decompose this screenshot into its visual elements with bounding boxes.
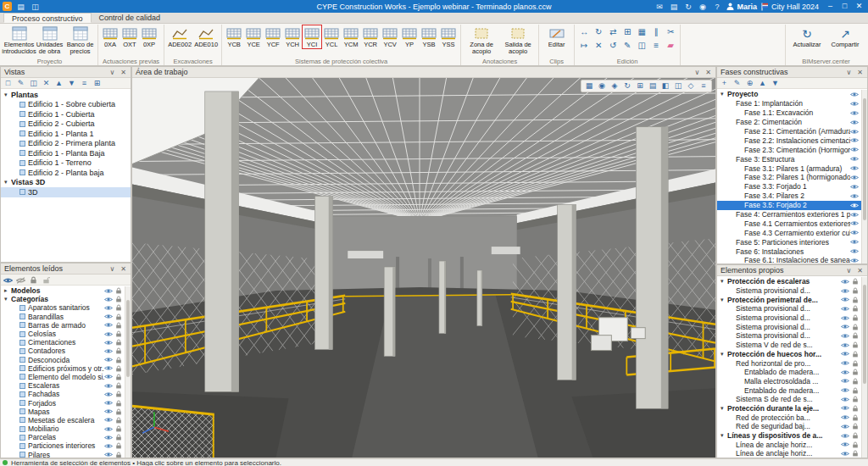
- tree-item[interactable]: Plantas: [1, 90, 131, 100]
- visibility-icon[interactable]: [841, 451, 849, 457]
- ribbon-button[interactable]: YCI: [303, 25, 321, 48]
- tree-item[interactable]: Mobiliario: [1, 424, 131, 433]
- list-icon[interactable]: ≡: [79, 78, 90, 88]
- tree-item[interactable]: Fase 1.1: Excavación: [717, 108, 867, 118]
- tree-item[interactable]: Edificio 1 - Planta Baja: [1, 148, 131, 158]
- tree-item[interactable]: Sistema V de red de s...: [717, 341, 867, 350]
- lock-icon[interactable]: [115, 287, 122, 294]
- ribbon-button[interactable]: YSS: [439, 25, 458, 48]
- lock-icon[interactable]: [852, 378, 859, 385]
- lock-icon[interactable]: [115, 434, 122, 441]
- tree-item[interactable]: Malla electrosoldada ...: [717, 377, 867, 386]
- visibility-icon[interactable]: [104, 288, 113, 294]
- tree-item[interactable]: Fase 4: Cerramientos exteriores 1 planta: [717, 210, 867, 219]
- lock-icon[interactable]: [115, 452, 122, 458]
- tree-item[interactable]: Modelos: [1, 286, 131, 295]
- visibility-icon[interactable]: [104, 313, 113, 319]
- visibility-icon[interactable]: [850, 212, 859, 218]
- visibility-icon[interactable]: [841, 351, 849, 357]
- tree-item[interactable]: Contadores: [1, 347, 131, 355]
- ribbon-button[interactable]: YSB: [420, 25, 438, 48]
- lock-icon[interactable]: [852, 450, 859, 457]
- lock-icon[interactable]: [115, 400, 122, 407]
- tree-item[interactable]: Fase 6: Instalaciones: [717, 247, 867, 256]
- lock-icon[interactable]: [115, 313, 122, 320]
- ribbon-button[interactable]: YCR: [361, 25, 380, 48]
- visibility-icon[interactable]: [850, 137, 859, 143]
- visibility-icon[interactable]: [104, 305, 113, 311]
- visibility-icon[interactable]: [850, 156, 859, 162]
- lock-icon[interactable]: [852, 332, 859, 339]
- visibility-icon[interactable]: [850, 220, 859, 226]
- lock-icon[interactable]: [115, 296, 122, 302]
- visibility-icon[interactable]: [850, 165, 859, 171]
- visibility-icon[interactable]: [104, 374, 113, 380]
- ribbon-button[interactable]: Editar: [542, 25, 571, 48]
- measure-icon[interactable]: ≡: [649, 39, 663, 52]
- show-all-icon[interactable]: [3, 275, 14, 285]
- close-icon[interactable]: ✕: [856, 69, 864, 76]
- rotate-icon[interactable]: ↻: [592, 25, 605, 38]
- tree-item[interactable]: Particiones interiores: [1, 441, 131, 450]
- visibility-icon[interactable]: [841, 288, 849, 294]
- offset-icon[interactable]: ∥: [649, 25, 663, 38]
- lock-icon[interactable]: [852, 432, 859, 439]
- visibility-icon[interactable]: [104, 417, 113, 423]
- scrollbar[interactable]: [125, 286, 131, 458]
- lock-icon[interactable]: [115, 391, 122, 397]
- tree-item[interactable]: Parcelas: [1, 433, 131, 441]
- settings-icon[interactable]: ≡: [698, 80, 709, 92]
- lock-icon[interactable]: [852, 305, 859, 312]
- lock-icon[interactable]: [852, 405, 859, 412]
- sync-icon[interactable]: ↻: [682, 3, 693, 11]
- lock-icon[interactable]: [115, 408, 122, 415]
- lock-icon[interactable]: [115, 330, 122, 337]
- tree-item[interactable]: Edificio 2 - Cubierta: [1, 119, 131, 130]
- ribbon-button[interactable]: YCL: [322, 25, 341, 48]
- tree-item[interactable]: Fase 1: Implantación: [717, 99, 867, 108]
- delete-view-icon[interactable]: ✕: [41, 78, 52, 88]
- scrollbar[interactable]: [861, 277, 867, 458]
- user-menu[interactable]: Maria: [726, 3, 757, 11]
- lock-icon[interactable]: [852, 341, 859, 348]
- tree-item[interactable]: Sistema provisional d...: [717, 313, 867, 323]
- delete-icon[interactable]: ✕: [592, 39, 605, 52]
- close-icon[interactable]: ✕: [704, 69, 712, 76]
- collapse-icon[interactable]: ∨: [108, 69, 116, 76]
- lock-icon[interactable]: [115, 365, 122, 372]
- view-mode-icon[interactable]: ▦: [583, 80, 595, 92]
- tree-item[interactable]: Red de protección ba...: [717, 413, 867, 422]
- ribbon-tab[interactable]: Control de calidad: [92, 13, 169, 23]
- lock-icon[interactable]: [852, 396, 859, 402]
- tree-item[interactable]: Red de seguridad baj...: [717, 422, 867, 431]
- visibility-icon[interactable]: [841, 279, 849, 285]
- array-icon[interactable]: ▦: [635, 25, 648, 38]
- collapse-icon[interactable]: ∨: [108, 265, 116, 273]
- visibility-icon[interactable]: [104, 297, 113, 302]
- visibility-icon[interactable]: [841, 342, 849, 348]
- lock-icon[interactable]: [115, 417, 122, 424]
- new-view-icon[interactable]: □: [3, 78, 14, 88]
- tree-item[interactable]: Red horizontal de pro...: [717, 358, 867, 368]
- visibility-icon[interactable]: [104, 435, 113, 441]
- lock-icon[interactable]: [852, 369, 859, 375]
- maximize-button[interactable]: □: [837, 0, 852, 13]
- ribbon-button[interactable]: Unidades de obra: [35, 25, 64, 55]
- visibility-icon[interactable]: [841, 369, 849, 375]
- visibility-icon[interactable]: [104, 426, 113, 432]
- visibility-icon[interactable]: [841, 297, 849, 302]
- lock-icon[interactable]: [115, 374, 122, 380]
- visibility-icon[interactable]: [850, 129, 859, 135]
- visibility-icon[interactable]: [850, 258, 859, 264]
- visibility-icon[interactable]: [841, 306, 849, 312]
- tree-item[interactable]: Mesetas de escalera: [1, 416, 131, 424]
- textures-icon[interactable]: ◉: [596, 80, 608, 92]
- visibility-icon[interactable]: [850, 175, 859, 180]
- unlock-all-icon[interactable]: [41, 275, 52, 285]
- ribbon-button[interactable]: Zona de acopio: [464, 25, 499, 55]
- visibility-icon[interactable]: [841, 315, 849, 321]
- tree-item[interactable]: Celosías: [1, 330, 131, 338]
- lock-icon[interactable]: [852, 297, 859, 303]
- ribbon-button[interactable]: YCV: [381, 25, 399, 48]
- section-icon[interactable]: ◧: [659, 80, 671, 92]
